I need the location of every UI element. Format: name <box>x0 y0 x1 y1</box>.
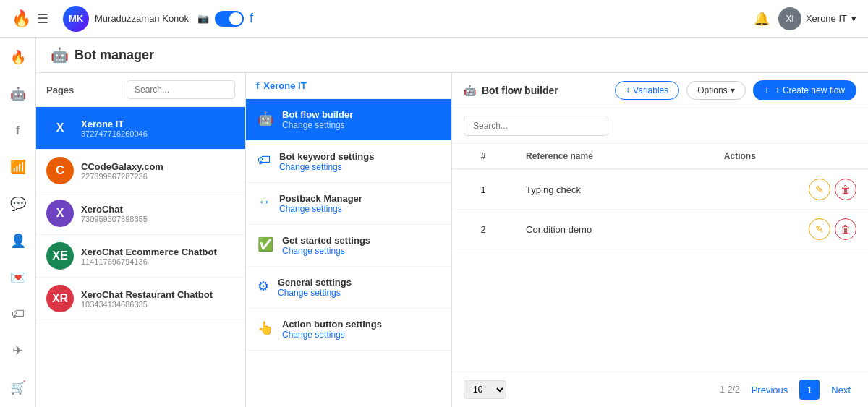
options-button[interactable]: Options ▾ <box>686 81 745 100</box>
settings-text: Bot keyword settings Change settings <box>279 151 374 172</box>
settings-sub: Change settings <box>279 204 362 214</box>
flow-search-bar <box>452 108 868 144</box>
page-name: XeroChat Restaurant Chatbot <box>81 289 213 300</box>
settings-sub: Change settings <box>278 288 352 298</box>
navbar-right-user[interactable]: XI Xerone IT ▾ <box>778 7 856 30</box>
navbar-username[interactable]: Muraduzzaman Konok <box>95 13 189 24</box>
create-plus-icon: + <box>765 85 770 95</box>
page-avatar: X <box>46 114 74 142</box>
sidebar-icon-message[interactable]: 💌 <box>5 266 31 288</box>
sidebar-icon-fire[interactable]: 🔥 <box>5 46 31 69</box>
edit-button[interactable]: ✎ <box>809 179 830 200</box>
right-username: Xerone IT <box>806 13 847 24</box>
sidebar-icon-chat[interactable]: 💬 <box>5 193 31 215</box>
sidebar-icon-cart[interactable]: 🛒 <box>5 376 31 398</box>
settings-item-bot-flow-builder[interactable]: 🤖 Bot flow builder Change settings <box>246 99 451 141</box>
page-id: 372747716260046 <box>81 129 148 138</box>
page-name: XeroChat Ecommerce Chatbot <box>81 247 217 257</box>
per-page-select[interactable]: 102550100 <box>464 380 506 399</box>
table-row: 1 Typing check ✎ 🗑 <box>452 169 868 210</box>
flows-table: # Reference name Actions 1 Typing check … <box>452 144 868 249</box>
flow-title: 🤖 Bot flow builder <box>464 85 558 96</box>
create-flow-button[interactable]: + + Create new flow <box>753 80 856 100</box>
settings-item-bot-keyword-settings[interactable]: 🏷 Bot keyword settings Change settings <box>246 141 451 183</box>
page-name: CCodeGalaxy.com <box>81 161 163 172</box>
row-actions: ✎ 🗑 <box>712 210 868 249</box>
delete-button[interactable]: 🗑 <box>835 179 856 200</box>
pagination: 1-2/2 Previous 1 Next <box>720 380 856 400</box>
page-avatar: XE <box>46 242 74 270</box>
bot-manager-icon: 🤖 <box>51 46 69 64</box>
next-button[interactable]: Next <box>825 382 856 398</box>
settings-sub: Change settings <box>282 246 370 256</box>
settings-list: 🤖 Bot flow builder Change settings 🏷 Bot… <box>246 99 451 351</box>
settings-sub: Change settings <box>279 162 374 172</box>
platform-toggle[interactable] <box>215 11 244 27</box>
panel-flow: 🤖 Bot flow builder + Variables Options ▾… <box>452 73 868 407</box>
settings-title: Bot keyword settings <box>279 151 374 162</box>
page-count: 1-2/2 <box>720 385 739 395</box>
page-name: Xerone IT <box>81 119 148 129</box>
edit-button[interactable]: ✎ <box>809 218 830 240</box>
row-ref-name: Condition demo <box>514 210 712 249</box>
flow-footer: 102550100 1-2/2 Previous 1 Next <box>452 372 868 407</box>
create-label: + Create new flow <box>775 85 845 95</box>
sidebar-icon-wifi[interactable]: 📶 <box>5 156 31 179</box>
sidebar-icon-bot[interactable]: 🤖 <box>5 83 31 106</box>
flow-tbody: 1 Typing check ✎ 🗑 2 Condition demo ✎ 🗑 <box>452 169 868 249</box>
panel-settings: f Xerone IT 🤖 Bot flow builder Change se… <box>246 73 452 407</box>
action-buttons: ✎ 🗑 <box>724 179 856 200</box>
bell-icon[interactable]: 🔔 <box>754 11 770 27</box>
navbar: 🔥 ☰ MK Muraduzzaman Konok 📷 f 🔔 XI Xeron… <box>0 0 868 38</box>
flow-search-input[interactable] <box>464 116 608 136</box>
page-avatar: X <box>46 200 74 227</box>
col-actions: Actions <box>712 144 868 169</box>
navbar-right: 🔔 XI Xerone IT ▾ <box>754 7 856 30</box>
variables-button[interactable]: + Variables <box>615 81 679 100</box>
page-avatar: C <box>46 157 74 184</box>
page-item[interactable]: X Xerone IT 372747716260046 <box>36 107 245 150</box>
prev-button[interactable]: Previous <box>746 382 794 398</box>
pages-label: Pages <box>46 85 74 95</box>
page-title-bar: 🤖 Bot manager <box>36 38 868 73</box>
settings-item-action-button-settings[interactable]: 👆 Action button settings Change settings <box>246 309 451 351</box>
settings-header: f Xerone IT <box>246 73 451 99</box>
sidebar-icon-send[interactable]: ✈ <box>5 340 31 362</box>
page-item[interactable]: C CCodeGalaxy.com 227399967287236 <box>36 150 245 192</box>
navbar-social: 📷 f <box>197 11 253 27</box>
settings-title: Get started settings <box>282 235 370 246</box>
page-title: Bot manager <box>75 48 154 63</box>
sidebar-icon-user[interactable]: 👤 <box>5 230 31 252</box>
settings-title: General settings <box>278 277 352 288</box>
sidebar-icon-tag[interactable]: 🏷 <box>5 303 31 325</box>
facebook-icon: f <box>250 11 253 26</box>
hamburger-icon[interactable]: ☰ <box>37 11 48 27</box>
right-caret-icon: ▾ <box>851 13 856 24</box>
settings-item-postback-manager[interactable]: ↔ Postback Manager Change settings <box>246 183 451 225</box>
page-item[interactable]: XE XeroChat Ecommerce Chatbot 1141176967… <box>36 235 245 278</box>
delete-button[interactable]: 🗑 <box>835 218 856 240</box>
settings-icon: ⚙ <box>258 278 269 294</box>
row-num: 2 <box>452 210 514 249</box>
settings-title: Bot flow builder <box>282 109 353 120</box>
page-avatar: XR <box>46 285 74 312</box>
settings-item-general-settings[interactable]: ⚙ General settings Change settings <box>246 267 451 309</box>
settings-title: Action button settings <box>282 319 382 330</box>
page-number[interactable]: 1 <box>799 380 820 400</box>
sidebar-icon-facebook[interactable]: f <box>5 119 31 142</box>
main-wrapper: 🤖 Bot manager Pages X Xerone IT 37274771… <box>36 38 868 407</box>
page-item[interactable]: X XeroChat 730959307398355 <box>36 192 245 235</box>
flow-title-icon: 🤖 <box>464 85 476 96</box>
page-info: XeroChat 730959307398355 <box>81 204 148 223</box>
settings-header-label: Xerone IT <box>263 80 306 91</box>
pages-search-input[interactable] <box>127 80 235 99</box>
navbar-brand: 🔥 ☰ MK Muraduzzaman Konok <box>12 6 189 32</box>
col-num: # <box>452 144 514 169</box>
page-item[interactable]: XR XeroChat Restaurant Chatbot 103434134… <box>36 278 245 320</box>
page-info: XeroChat Ecommerce Chatbot 1141176967941… <box>81 247 217 266</box>
page-info: CCodeGalaxy.com 227399967287236 <box>81 161 163 181</box>
settings-item-get-started-settings[interactable]: ✅ Get started settings Change settings <box>246 225 451 267</box>
panels: Pages X Xerone IT 372747716260046 C CCod… <box>36 73 868 407</box>
flame-icon: 🔥 <box>12 9 31 28</box>
page-id: 730959307398355 <box>81 215 148 223</box>
